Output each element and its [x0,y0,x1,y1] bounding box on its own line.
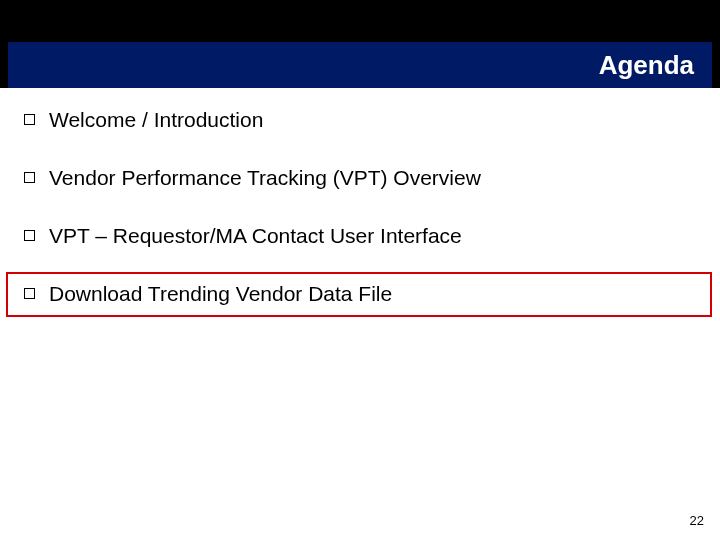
checkbox-bullet-icon [24,230,35,241]
checkbox-bullet-icon [24,114,35,125]
checkbox-bullet-icon [24,172,35,183]
title-band: Agenda [8,42,712,88]
slide-title: Agenda [599,50,694,81]
slide: Agenda Welcome / Introduction Vendor Per… [0,0,720,540]
page-number: 22 [690,513,704,528]
agenda-list: Welcome / Introduction Vendor Performanc… [24,108,696,340]
agenda-item-label: VPT – Requestor/MA Contact User Interfac… [49,224,462,248]
agenda-item-label: Download Trending Vendor Data File [49,282,392,306]
agenda-item: VPT – Requestor/MA Contact User Interfac… [24,224,696,248]
agenda-item-label: Welcome / Introduction [49,108,263,132]
agenda-item: Download Trending Vendor Data File [24,282,696,306]
checkbox-bullet-icon [24,288,35,299]
agenda-item: Vendor Performance Tracking (VPT) Overvi… [24,166,696,190]
agenda-item: Welcome / Introduction [24,108,696,132]
agenda-item-label: Vendor Performance Tracking (VPT) Overvi… [49,166,481,190]
